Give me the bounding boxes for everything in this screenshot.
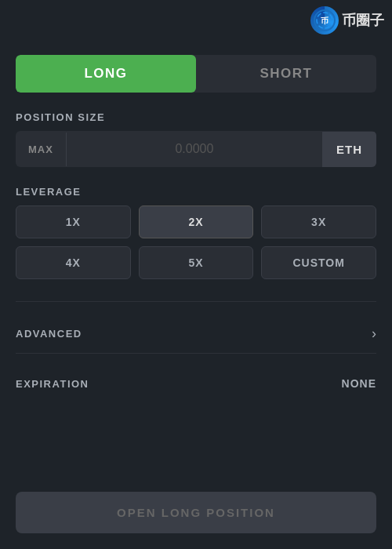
open-position-button[interactable]: OPEN LONG POSITION — [16, 492, 376, 533]
leverage-3x[interactable]: 3X — [261, 205, 376, 238]
advanced-row[interactable]: ADVANCED › — [16, 314, 376, 353]
chevron-right-icon: › — [372, 325, 376, 342]
max-label[interactable]: MAX — [16, 133, 67, 166]
leverage-grid: 1X 2X 3X 4X 5X CUSTOM — [16, 205, 376, 279]
direction-toggle: LONG SHORT — [16, 55, 376, 93]
long-button[interactable]: LONG — [16, 55, 196, 93]
advanced-label: ADVANCED — [16, 328, 82, 340]
currency-label: ETH — [322, 132, 376, 167]
svg-text:币: 币 — [321, 16, 328, 25]
expiration-row: EXPIRATION NONE — [16, 366, 376, 401]
divider-1 — [16, 301, 376, 302]
leverage-1x[interactable]: 1X — [16, 205, 131, 238]
divider-2 — [16, 353, 376, 354]
expiration-value: NONE — [342, 377, 376, 390]
short-button[interactable]: SHORT — [196, 55, 376, 93]
leverage-2x[interactable]: 2X — [139, 205, 254, 238]
amount-value: 0.0000 — [67, 131, 322, 167]
leverage-4x[interactable]: 4X — [16, 246, 131, 279]
position-input-row: MAX 0.0000 ETH — [16, 131, 376, 167]
watermark-logo: 币 — [310, 6, 339, 35]
expiration-label: EXPIRATION — [16, 378, 89, 390]
watermark: 币 币圈子 — [310, 6, 384, 35]
leverage-5x[interactable]: 5X — [139, 246, 254, 279]
position-size-label: POSITION SIZE — [16, 111, 376, 123]
leverage-label: LEVERAGE — [16, 186, 376, 198]
position-size-section: POSITION SIZE MAX 0.0000 ETH — [16, 111, 376, 167]
leverage-custom[interactable]: CUSTOM — [261, 246, 376, 279]
leverage-section: LEVERAGE 1X 2X 3X 4X 5X CUSTOM — [16, 186, 376, 279]
trading-panel: 币 币圈子 LONG SHORT POSITION SIZE MAX 0.000… — [0, 0, 392, 549]
watermark-text: 币圈子 — [342, 11, 384, 30]
